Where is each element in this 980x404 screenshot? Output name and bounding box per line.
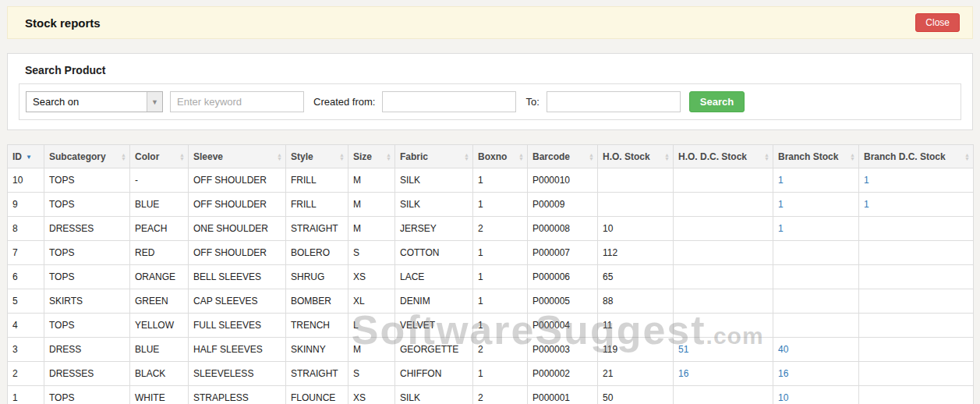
cell-boxno: 2 xyxy=(473,386,528,404)
cell-id: 2 xyxy=(8,362,44,386)
cell-barcode: P000001 xyxy=(528,386,598,404)
stock-count-link[interactable]: 51 xyxy=(678,344,688,355)
table-row: 9TOPSBLUEOFF SHOULDERFRILLMSILK1P0000911 xyxy=(8,193,974,217)
cell-h-o-d-c-stock: 16 xyxy=(674,362,773,386)
column-header-boxno[interactable]: Boxno▲▼ xyxy=(473,145,528,168)
cell-barcode: P00009 xyxy=(528,193,598,217)
stock-count-link[interactable]: 1 xyxy=(778,199,784,210)
table-row: 1TOPSWHITESTRAPLESSFLOUNCEXSSILK2P000001… xyxy=(8,386,974,404)
cell-barcode: P000005 xyxy=(528,289,598,314)
cell-size: XS xyxy=(348,265,395,289)
sort-icons: ▲▼ xyxy=(339,153,345,161)
cell-size: L xyxy=(348,314,395,338)
created-from-label: Created from: xyxy=(313,96,375,108)
stock-count-link[interactable]: 10 xyxy=(778,392,788,403)
column-header-h-o-stock[interactable]: H.O. Stock▲▼ xyxy=(598,145,674,168)
cell-barcode: P000004 xyxy=(528,314,598,338)
stock-count-link[interactable]: 1 xyxy=(864,175,869,186)
created-from-input[interactable] xyxy=(382,91,516,112)
column-header-style[interactable]: Style▲▼ xyxy=(286,145,348,168)
cell-boxno: 1 xyxy=(473,289,528,314)
cell-style: FRILL xyxy=(286,193,348,217)
cell-h-o-stock xyxy=(598,168,674,193)
stock-count-link[interactable]: 1 xyxy=(778,223,784,234)
cell-sleeve: OFF SHOULDER xyxy=(189,193,286,217)
column-header-label: Subcategory xyxy=(49,151,106,162)
stock-count-link[interactable]: 1 xyxy=(778,175,784,186)
cell-h-o-d-c-stock: 51 xyxy=(674,338,773,362)
sort-icons: ▲▼ xyxy=(589,153,594,161)
to-label: To: xyxy=(525,96,539,108)
cell-sleeve: OFF SHOULDER xyxy=(189,241,286,265)
cell-h-o-stock: 50 xyxy=(598,386,674,404)
stock-count-link[interactable]: 1 xyxy=(864,199,869,210)
stock-count-link[interactable]: 16 xyxy=(778,368,788,379)
cell-boxno: 2 xyxy=(473,338,528,362)
cell-id: 5 xyxy=(8,289,44,314)
cell-color: ORANGE xyxy=(130,265,189,289)
close-button[interactable]: Close xyxy=(915,13,960,32)
cell-subcategory: DRESSES xyxy=(44,217,130,241)
cell-branch-stock: 16 xyxy=(773,362,859,386)
cell-id: 1 xyxy=(8,386,44,404)
cell-sleeve: ONE SHOULDER xyxy=(189,217,286,241)
column-header-branch-d-c-stock[interactable]: Branch D.C. Stock▲▼ xyxy=(859,145,974,168)
cell-barcode: P000007 xyxy=(528,241,598,265)
column-header-branch-stock[interactable]: Branch Stock▲▼ xyxy=(773,145,859,168)
column-header-label: H.O. D.C. Stock xyxy=(678,151,747,162)
cell-branch-d-c-stock xyxy=(859,241,974,265)
column-header-fabric[interactable]: Fabric▲▼ xyxy=(395,145,473,168)
cell-boxno: 1 xyxy=(473,265,528,289)
column-header-sleeve[interactable]: Sleeve▲▼ xyxy=(189,145,286,168)
cell-sleeve: CAP SLEEVES xyxy=(189,289,286,314)
cell-color: YELLOW xyxy=(130,314,189,338)
column-header-label: H.O. Stock xyxy=(603,151,650,162)
keyword-input[interactable] xyxy=(170,91,304,112)
cell-sleeve: BELL SLEEVES xyxy=(189,265,286,289)
cell-style: FLOUNCE xyxy=(286,386,348,404)
column-header-id[interactable]: ID▼ xyxy=(8,145,44,168)
column-header-size[interactable]: Size▲▼ xyxy=(348,145,395,168)
cell-fabric: SILK xyxy=(395,386,473,404)
stock-count-link[interactable]: 16 xyxy=(678,368,688,379)
cell-branch-stock xyxy=(773,314,859,338)
cell-h-o-stock: 10 xyxy=(598,217,674,241)
search-panel-title: Search Product xyxy=(19,60,961,83)
column-header-barcode[interactable]: Barcode▲▼ xyxy=(528,145,598,168)
cell-size: XL xyxy=(348,289,395,314)
table-row: 2DRESSESBLACKSLEEVELESSSTRAIGHTSCHIFFON1… xyxy=(8,362,974,386)
cell-color: BLUE xyxy=(130,193,189,217)
cell-boxno: 1 xyxy=(473,241,528,265)
stock-count-link[interactable]: 40 xyxy=(778,344,788,355)
title-bar: Stock reports Close xyxy=(7,6,973,39)
cell-barcode: P000006 xyxy=(528,265,598,289)
cell-id: 8 xyxy=(8,217,44,241)
cell-barcode: P000008 xyxy=(528,217,598,241)
cell-barcode: P000002 xyxy=(528,362,598,386)
table-header: ID▼Subcategory▲▼Color▲▼Sleeve▲▼Style▲▼Si… xyxy=(8,145,974,168)
cell-h-o-d-c-stock xyxy=(674,217,773,241)
cell-h-o-d-c-stock xyxy=(674,168,773,193)
column-header-color[interactable]: Color▲▼ xyxy=(130,145,189,168)
search-on-select[interactable]: Search on ▼ xyxy=(26,91,163,112)
cell-h-o-d-c-stock xyxy=(674,289,773,314)
column-header-label: Style xyxy=(291,151,313,162)
column-header-subcategory[interactable]: Subcategory▲▼ xyxy=(44,145,130,168)
cell-size: M xyxy=(348,168,395,193)
column-header-label: ID xyxy=(12,151,22,162)
cell-boxno: 1 xyxy=(473,314,528,338)
to-input[interactable] xyxy=(547,91,681,112)
column-header-h-o-d-c-stock[interactable]: H.O. D.C. Stock▲▼ xyxy=(674,145,773,168)
column-header-label: Sleeve xyxy=(193,151,223,162)
cell-size: M xyxy=(348,217,395,241)
table-body: 10TOPS-OFF SHOULDERFRILLMSILK1P000010119… xyxy=(8,168,974,404)
cell-fabric: DENIM xyxy=(395,289,473,314)
column-header-label: Branch Stock xyxy=(778,151,838,162)
cell-subcategory: TOPS xyxy=(44,168,130,193)
cell-branch-d-c-stock: 1 xyxy=(859,193,974,217)
cell-sleeve: FULL SLEEVES xyxy=(189,314,286,338)
sort-desc-icon: ▼ xyxy=(26,154,32,161)
table-row: 4TOPSYELLOWFULL SLEEVESTRENCHLVELVET1P00… xyxy=(8,314,974,338)
search-button[interactable]: Search xyxy=(689,91,745,112)
cell-size: S xyxy=(348,362,395,386)
